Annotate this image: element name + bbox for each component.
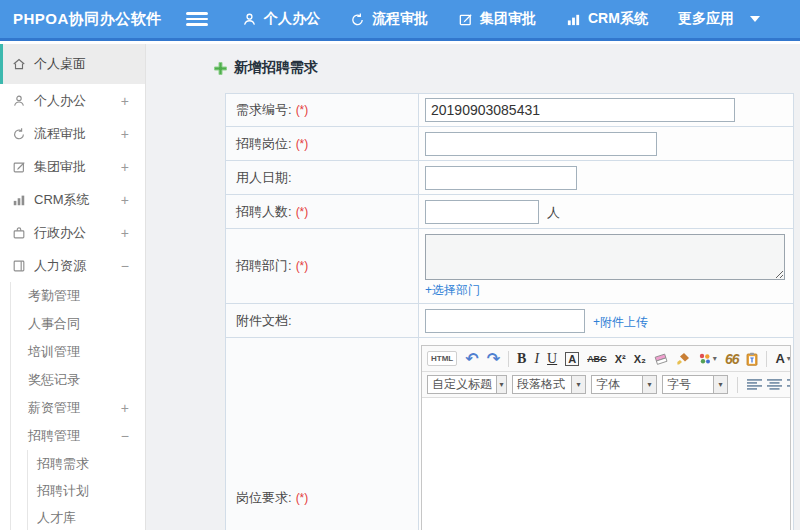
underline-button[interactable]: U (547, 351, 557, 367)
sidebar-item-training[interactable]: 培训管理 (11, 338, 145, 366)
nav-group-approval[interactable]: 集团审批 (458, 10, 536, 28)
required-marker: (*) (296, 103, 309, 117)
heading-select[interactable]: 自定义标题▾ (427, 375, 507, 394)
redo-icon[interactable]: ↷ (487, 349, 500, 368)
field-label: 招聘岗位: (236, 136, 292, 151)
nav-process-approval[interactable]: 流程审批 (350, 10, 428, 28)
blockquote-button[interactable]: 66 (725, 351, 739, 367)
top-menu: 个人办公 流程审批 集团审批 CRM系统 更多应用 (242, 10, 760, 28)
sidebar-item-admin-office[interactable]: 行政办公 + (0, 216, 145, 249)
hiring-date-input[interactable] (425, 166, 577, 190)
required-marker: (*) (296, 259, 309, 273)
select-department-link[interactable]: +选择部门 (425, 282, 793, 299)
caret-down-icon: ▾ (713, 354, 717, 363)
expander-minus[interactable]: − (121, 428, 129, 444)
italic-button[interactable]: I (534, 351, 539, 367)
eraser-icon[interactable] (654, 353, 668, 365)
editor-toolbar-row1: HTML ↶ ↷ B I U A ABC X² X₂ (422, 346, 790, 372)
sidebar-item-talent-pool[interactable]: 人才库 (28, 504, 145, 530)
attachment-upload-link[interactable]: +附件上传 (593, 315, 648, 329)
editor-body[interactable] (422, 398, 790, 530)
rich-text-editor: HTML ↶ ↷ B I U A ABC X² X₂ (421, 345, 791, 530)
paste-icon[interactable] (746, 352, 758, 366)
strikethrough-button[interactable]: ABC (587, 354, 607, 364)
caret-down-icon: ▾ (642, 376, 656, 393)
field-label: 需求编号: (236, 102, 292, 117)
app-title: PHPOA协同办公软件 (0, 10, 186, 29)
caret-down-icon: ▾ (571, 376, 585, 393)
hr-submenu: 考勤管理 人事合同 培训管理 奖惩记录 薪资管理+ 招聘管理− 招聘需求 招聘计… (10, 282, 145, 530)
caret-down-icon[interactable] (750, 16, 760, 22)
expander-plus[interactable]: + (121, 126, 129, 142)
editor-toolbar-row2: 自定义标题▾ 段落格式▾ 字体▾ 字号▾ (422, 372, 790, 398)
caret-down-icon: ▾ (713, 376, 727, 393)
sidebar-item-recruitment[interactable]: 招聘管理− (11, 422, 145, 450)
bar-chart-icon (12, 193, 26, 207)
sidebar-item-recruit-demand[interactable]: 招聘需求 (28, 450, 145, 477)
nav-personal-office[interactable]: 个人办公 (242, 10, 320, 28)
nav-crm-system[interactable]: CRM系统 (566, 10, 648, 28)
menu-toggle-icon[interactable] (186, 12, 208, 26)
main-content: 新增招聘需求 需求编号:(*) 招聘岗位:(*) 用人日期: 招聘人数:(*) … (146, 44, 800, 530)
sidebar-item-crm-system[interactable]: CRM系统 + (0, 183, 145, 216)
headcount-input[interactable] (425, 200, 539, 224)
align-left-icon[interactable] (747, 379, 762, 390)
superscript-button[interactable]: X² (615, 353, 626, 365)
sidebar-item-personal-desktop[interactable]: 个人桌面 (0, 44, 145, 84)
font-family-select[interactable]: 字体▾ (591, 375, 657, 394)
attachment-input[interactable] (425, 309, 585, 333)
sidebar-item-recruit-plan[interactable]: 招聘计划 (28, 477, 145, 504)
user-icon (12, 94, 26, 108)
align-right-icon[interactable] (787, 379, 790, 390)
expander-minus[interactable]: − (121, 258, 129, 274)
sidebar-item-group-approval[interactable]: 集团审批 + (0, 150, 145, 183)
top-navbar: PHPOA协同办公软件 个人办公 流程审批 集团审批 CRM系统 更多应用 (0, 0, 800, 41)
bold-button[interactable]: B (517, 351, 526, 367)
font-color-button[interactable]: A▾ (775, 351, 790, 366)
expander-plus[interactable]: + (121, 192, 129, 208)
sidebar-item-hr-contract[interactable]: 人事合同 (11, 310, 145, 338)
toolbar-separator (766, 351, 767, 367)
sidebar-item-process-approval[interactable]: 流程审批 + (0, 117, 145, 150)
subscript-button[interactable]: X₂ (634, 353, 646, 365)
sidebar: 个人桌面 个人办公 + 流程审批 + 集团审批 + CRM系统 + 行政办公 +… (0, 44, 146, 530)
format-painter-icon[interactable] (676, 352, 690, 365)
recruitment-submenu: 招聘需求 招聘计划 人才库 (27, 450, 145, 530)
expander-plus[interactable]: + (121, 225, 129, 241)
field-label: 岗位要求: (236, 490, 292, 505)
user-icon (242, 12, 257, 27)
highlight-color-icon[interactable]: ▾ (698, 352, 717, 365)
toolbar-separator (737, 377, 738, 393)
sidebar-item-attendance[interactable]: 考勤管理 (11, 282, 145, 310)
field-label: 用人日期: (236, 170, 292, 185)
bordered-text-button[interactable]: A (565, 352, 579, 366)
expander-plus[interactable]: + (121, 400, 129, 416)
process-approval-icon (350, 12, 365, 27)
required-marker: (*) (296, 137, 309, 151)
html-source-button[interactable]: HTML (427, 351, 457, 366)
caret-down-icon: ▾ (496, 376, 506, 393)
edit-square-icon (12, 160, 26, 174)
sidebar-item-salary[interactable]: 薪资管理+ (11, 394, 145, 422)
expander-plus[interactable]: + (121, 159, 129, 175)
expander-plus[interactable]: + (121, 93, 129, 109)
recruit-department-textarea[interactable] (425, 234, 785, 280)
field-label: 附件文档: (236, 313, 292, 328)
add-plus-icon (214, 62, 227, 75)
paragraph-format-select[interactable]: 段落格式▾ (512, 375, 586, 394)
sidebar-item-reward-punishment[interactable]: 奖惩记录 (11, 366, 145, 394)
sidebar-item-human-resources[interactable]: 人力资源 − (0, 249, 145, 282)
process-approval-icon (12, 127, 26, 141)
undo-icon[interactable]: ↶ (465, 349, 478, 368)
home-icon (12, 57, 26, 71)
recruit-position-input[interactable] (425, 132, 657, 156)
sidebar-item-personal-office[interactable]: 个人办公 + (0, 84, 145, 117)
nav-more-apps[interactable]: 更多应用 (678, 10, 734, 28)
recruitment-request-form: 需求编号:(*) 招聘岗位:(*) 用人日期: 招聘人数:(*) 人 招聘部门:… (225, 93, 794, 530)
align-center-icon[interactable] (767, 379, 782, 390)
toolbar-separator (508, 351, 509, 367)
request-number-input[interactable] (425, 98, 735, 122)
field-label: 招聘人数: (236, 204, 292, 219)
font-size-select[interactable]: 字号▾ (662, 375, 728, 394)
edit-square-icon (458, 12, 473, 27)
